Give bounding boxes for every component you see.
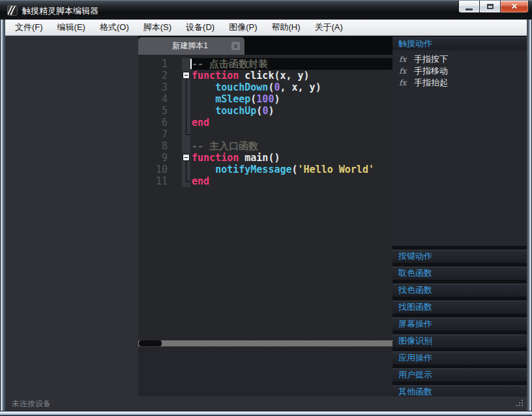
sidebar-panel-header-3[interactable]: 取色函数 (392, 267, 527, 280)
code-line: 3 touchDown(0, x, y) (138, 82, 392, 93)
line-number: 6 (138, 117, 182, 128)
function-item-label: 手指移动 (414, 65, 448, 77)
function-icon: fx (399, 78, 414, 87)
line-number: 3 (138, 82, 182, 93)
close-icon: ✕ (511, 1, 518, 12)
menu-item-5[interactable]: 设备(D) (179, 20, 222, 35)
line-number: 9 (138, 152, 182, 164)
function-icon: fx (399, 67, 414, 76)
line-number: 2 (138, 70, 182, 82)
code-editor[interactable]: 1-- 点击函数封装2function click(x, y)3 touchDo… (138, 55, 392, 340)
menu-item-8[interactable]: 关于(A) (308, 20, 350, 35)
line-number: 10 (138, 164, 182, 175)
line-number: 1 (138, 58, 182, 70)
connection-status: 未连接设备 (12, 399, 51, 408)
app-window: 触摸精灵脚本编辑器 ✕ 文件(F)编辑(E)格式(O)脚本(S)设备(D)图像(… (0, 0, 532, 416)
line-number: 5 (138, 105, 182, 117)
sidebar-panel-header-6[interactable]: 屏幕操作 (392, 318, 527, 331)
code-text: end (190, 117, 392, 128)
maximize-icon (487, 4, 494, 9)
code-line: 1-- 点击函数封装 (138, 58, 392, 70)
sidebar-panel-header-9[interactable]: 用户提示 (392, 368, 527, 381)
sidebar-panel-header-2[interactable]: 按键动作 (392, 250, 527, 263)
maximize-button[interactable] (480, 1, 500, 13)
code-line: 4 mSleep(100) (138, 93, 392, 105)
line-number: 4 (138, 93, 182, 105)
sidebar-panel-header-4[interactable]: 找色函数 (392, 284, 527, 297)
menu-item-3[interactable]: 格式(O) (93, 20, 136, 35)
tab-close-icon[interactable]: x (231, 42, 240, 50)
code-line: 5 touchUp(0) (138, 105, 392, 117)
fold-margin (182, 58, 190, 70)
window-title: 触摸精灵脚本编辑器 (22, 5, 98, 17)
menu-item-4[interactable]: 脚本(S) (136, 20, 179, 35)
fold-toggle-icon[interactable] (182, 152, 190, 164)
sidebar-panel-header-7[interactable]: 图像识别 (392, 334, 527, 348)
function-list-item[interactable]: fx手指抬起 (392, 77, 527, 89)
resize-grip-icon[interactable] (516, 400, 524, 408)
line-number: 8 (138, 140, 182, 152)
sidebar-panel-header-5[interactable]: 找图函数 (392, 301, 527, 314)
function-icon: fx (399, 55, 414, 64)
fold-margin (182, 93, 190, 105)
minimize-icon (466, 8, 473, 10)
code-text: function main() (190, 152, 392, 164)
window-border-bottom (0, 411, 532, 416)
code-line: 2function click(x, y) (138, 70, 392, 82)
fold-margin (182, 117, 190, 128)
code-text: touchUp(0) (190, 105, 392, 117)
function-item-label: 手指抬起 (414, 77, 448, 89)
close-button[interactable]: ✕ (500, 1, 529, 13)
sidebar-panel-header-10[interactable]: 其他函数 (392, 385, 527, 396)
titlebar[interactable]: 触摸精灵脚本编辑器 ✕ (0, 0, 532, 20)
menu-item-1[interactable]: 文件(F) (8, 20, 50, 35)
code-line: 9function main() (138, 152, 392, 164)
code-text (190, 128, 392, 140)
code-line: 11end (138, 175, 392, 187)
fold-margin (182, 128, 190, 140)
code-line: 10 notifyMessage('Hello World' (138, 164, 392, 175)
main-content: 新建脚本1 x 1-- 点击函数封装2function click(x, y)3… (5, 36, 527, 396)
code-text: touchDown(0, x, y) (190, 82, 392, 93)
window-border-right (527, 20, 532, 411)
code-text: -- 点击函数封装 (190, 58, 392, 70)
function-item-label: 手指按下 (414, 53, 448, 65)
line-number: 7 (138, 128, 182, 140)
function-sidebar: 触摸动作fx手指按下fx手指移动fx手指抬起按键动作取色函数找色函数找图函数屏幕… (392, 36, 527, 396)
function-list-item[interactable]: fx手指移动 (392, 65, 527, 77)
code-line: 6end (138, 117, 392, 128)
tab-label: 新建脚本1 (138, 40, 231, 52)
scrollbar-thumb[interactable] (139, 340, 162, 346)
code-text: notifyMessage('Hello World' (190, 164, 392, 175)
app-icon (7, 5, 18, 16)
line-number: 11 (138, 175, 182, 187)
code-text: -- 主入口函数 (190, 140, 392, 152)
sidebar-panel-header-1[interactable]: 触摸动作 (392, 37, 527, 50)
code-text: mSleep(100) (190, 93, 392, 105)
sidebar-panel-header-8[interactable]: 应用操作 (392, 351, 527, 364)
tabbar: 新建脚本1 x (138, 36, 392, 55)
menu-item-2[interactable]: 编辑(E) (50, 20, 93, 35)
device-panel (5, 36, 138, 396)
menu-item-7[interactable]: 帮助(H) (264, 20, 307, 35)
code-line: 7 (138, 128, 392, 140)
window-controls: ✕ (458, 1, 529, 13)
statusbar: 未连接设备 (5, 396, 527, 411)
fold-margin (182, 105, 190, 117)
tab-script-1[interactable]: 新建脚本1 x (138, 37, 244, 55)
menubar: 文件(F)编辑(E)格式(O)脚本(S)设备(D)图像(P)帮助(H)关于(A) (5, 20, 527, 36)
sidebar-panel-content: fx手指按下fx手指移动fx手指抬起 (392, 50, 527, 246)
code-text: end (190, 175, 392, 187)
text-caret (190, 59, 192, 69)
fold-toggle-icon[interactable] (182, 70, 190, 82)
menu-item-6[interactable]: 图像(P) (222, 20, 264, 35)
fold-margin (182, 175, 190, 187)
horizontal-scrollbar[interactable] (138, 340, 392, 346)
minimize-button[interactable] (458, 1, 480, 13)
code-text: function click(x, y) (190, 70, 392, 82)
output-panel (138, 346, 392, 396)
fold-margin (182, 82, 190, 93)
code-line: 8-- 主入口函数 (138, 140, 392, 152)
function-list-item[interactable]: fx手指按下 (392, 53, 527, 65)
fold-margin (182, 140, 190, 152)
